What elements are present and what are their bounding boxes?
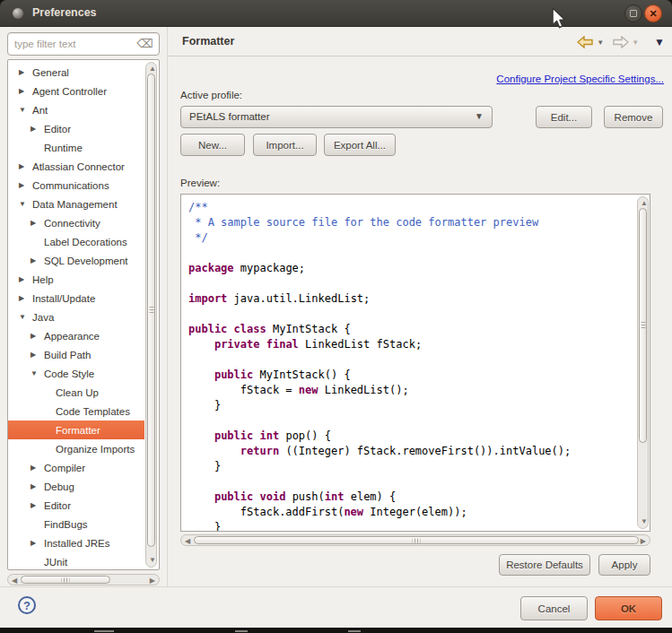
tree-item-atlassian-connector[interactable]: ▶Atlassian Connector (8, 157, 144, 176)
tree-item-ant[interactable]: ▼Ant (8, 100, 144, 119)
tree-item-installed-jres[interactable]: ▶Installed JREs (8, 533, 144, 552)
ok-button[interactable]: OK (595, 596, 662, 620)
mouse-cursor (551, 7, 567, 31)
close-button[interactable]: ✕ (644, 4, 662, 22)
tree-item-editor[interactable]: ▶Editor (8, 119, 144, 138)
tree-horizontal-scrollbar[interactable]: ◀ ▶ (7, 574, 160, 585)
import-button[interactable]: Import... (253, 134, 317, 156)
filter-field: ⌫ (7, 32, 160, 56)
expander-collapsed-icon[interactable]: ▶ (19, 294, 32, 302)
preview-horizontal-scrollbar[interactable]: ◀ ▶ (180, 534, 650, 546)
expander-collapsed-icon[interactable]: ▶ (31, 256, 44, 264)
expander-collapsed-icon[interactable]: ▶ (31, 501, 44, 509)
expander-collapsed-icon[interactable]: ▶ (19, 68, 32, 76)
tree-item-label: Organize Imports (56, 444, 135, 455)
tree-item-java[interactable]: ▼Java (8, 308, 144, 326)
expander-collapsed-icon[interactable]: ▶ (31, 351, 44, 359)
tree-item-label: Ant (32, 105, 48, 116)
tree-item-connectivity[interactable]: ▶Connectivity (8, 213, 144, 232)
remove-button[interactable]: Remove (604, 106, 663, 128)
expander-collapsed-icon[interactable]: ▶ (19, 87, 32, 95)
export-all-button[interactable]: Export All... (324, 134, 396, 156)
tree-item-data-management[interactable]: ▼Data Management (8, 195, 144, 213)
restore-defaults-button[interactable]: Restore Defaults (499, 554, 590, 576)
tree-hscrollbar-thumb[interactable] (21, 576, 110, 584)
tree-item-appearance[interactable]: ▶Appearance (8, 326, 144, 345)
scroll-down-icon[interactable]: ▼ (149, 557, 156, 564)
tree-item-install-update[interactable]: ▶Install/Update (8, 289, 144, 308)
cancel-button[interactable]: Cancel (520, 596, 588, 620)
code-line: } (188, 459, 571, 474)
expander-expanded-icon[interactable]: ▼ (19, 313, 32, 321)
tree-item-code-templates[interactable]: Code Templates (8, 402, 144, 421)
scroll-left-icon[interactable]: ◀ (185, 538, 190, 545)
code-line: /** (188, 200, 571, 215)
tree-item-findbugs[interactable]: FindBugs (8, 515, 144, 533)
code-line: private final LinkedList fStack; (188, 337, 571, 352)
active-profile-label: Active profile: (180, 90, 242, 100)
active-profile-select[interactable]: PEtALS formatter ▼ (180, 106, 493, 128)
scroll-left-icon[interactable]: ◀ (12, 577, 17, 585)
tree-item-help[interactable]: ▶Help (8, 270, 144, 289)
tree-item-clean-up[interactable]: Clean Up (8, 383, 144, 402)
maximize-button[interactable] (624, 4, 642, 22)
expander-collapsed-icon[interactable]: ▶ (31, 125, 44, 133)
new-button[interactable]: New... (180, 134, 245, 156)
preview-vertical-scrollbar[interactable]: ▲ ▼ (637, 196, 649, 529)
back-history-dropdown-icon[interactable]: ▼ (597, 39, 604, 47)
filter-input[interactable] (14, 37, 135, 51)
tree-scrollbar-thumb[interactable] (147, 74, 155, 547)
tree-item-label: JUnit (44, 557, 67, 568)
scroll-right-icon[interactable]: ▶ (641, 538, 646, 545)
tree-item-label: Build Path (44, 350, 91, 360)
apply-button[interactable]: Apply (598, 554, 650, 576)
expander-collapsed-icon[interactable]: ▶ (31, 482, 44, 490)
code-line: * A sample source file for the code form… (188, 215, 571, 230)
tree-item-organize-imports[interactable]: Organize Imports (8, 439, 144, 458)
expander-expanded-icon[interactable]: ▼ (19, 106, 32, 114)
expander-collapsed-icon[interactable]: ▶ (19, 162, 32, 170)
expander-collapsed-icon[interactable]: ▶ (19, 181, 32, 189)
scroll-up-icon[interactable]: ▲ (149, 65, 156, 73)
tree-item-compiler[interactable]: ▶Compiler (8, 458, 144, 477)
tree-item-debug[interactable]: ▶Debug (8, 477, 144, 496)
back-arrow-icon[interactable] (577, 36, 594, 48)
titlebar[interactable]: Preferences ✕ (0, 0, 672, 27)
scroll-up-icon[interactable]: ▲ (641, 200, 648, 207)
tree-item-junit[interactable]: JUnit (8, 552, 144, 570)
tree-item-formatter[interactable]: Formatter (8, 421, 144, 439)
expander-expanded-icon[interactable]: ▼ (31, 369, 44, 377)
tree-vertical-scrollbar[interactable]: ▲ ▼ (145, 62, 157, 568)
expander-collapsed-icon[interactable]: ▶ (31, 219, 44, 227)
clear-filter-icon[interactable]: ⌫ (137, 37, 153, 50)
tree-item-communications[interactable]: ▶Communications (8, 176, 144, 195)
expander-collapsed-icon[interactable]: ▶ (31, 539, 44, 547)
expander-expanded-icon[interactable]: ▼ (19, 200, 32, 208)
code-preview[interactable]: /** * A sample source file for the code … (180, 194, 650, 532)
help-button[interactable]: ? (18, 596, 36, 614)
tree-item-runtime[interactable]: Runtime (8, 138, 144, 157)
tree-item-agent-controller[interactable]: ▶Agent Controller (8, 82, 144, 100)
expander-collapsed-icon[interactable]: ▶ (31, 332, 44, 340)
tree-item-label-decorations[interactable]: Label Decorations (8, 232, 144, 251)
tree-item-build-path[interactable]: ▶Build Path (8, 345, 144, 364)
code-line (188, 413, 571, 429)
preview-hscrollbar-thumb[interactable] (194, 536, 639, 544)
tree-item-editor[interactable]: ▶Editor (8, 496, 144, 515)
scroll-down-icon[interactable]: ▼ (641, 518, 648, 525)
tree-item-general[interactable]: ▶General (8, 63, 144, 82)
window-title: Preferences (32, 6, 97, 19)
preview-scrollbar-thumb[interactable] (639, 208, 647, 443)
expander-collapsed-icon[interactable]: ▶ (19, 275, 32, 283)
tree-item-label: Code Templates (56, 406, 130, 417)
edit-button[interactable]: Edit... (536, 106, 592, 128)
tree-item-sql-development[interactable]: ▶SQL Development (8, 251, 144, 270)
code-line (188, 276, 571, 291)
view-menu-icon[interactable]: ▼ (654, 36, 665, 48)
forward-arrow-icon (612, 36, 629, 48)
expander-collapsed-icon[interactable]: ▶ (31, 464, 44, 472)
scroll-right-icon[interactable]: ▶ (150, 577, 155, 585)
tree-item-label: Help (32, 274, 54, 285)
tree-item-code-style[interactable]: ▼Code Style (8, 364, 144, 383)
configure-project-link[interactable]: Configure Project Specific Settings... (496, 74, 664, 84)
